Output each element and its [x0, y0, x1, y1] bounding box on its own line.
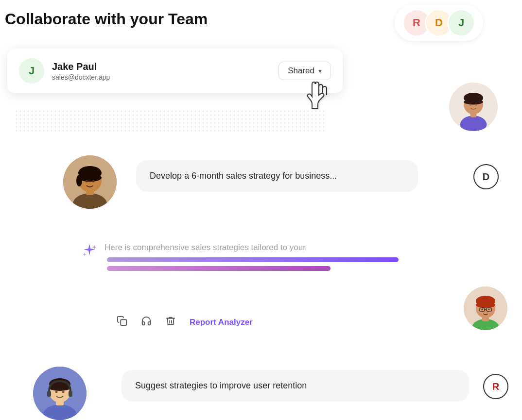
ai-sparkle-icon	[82, 243, 97, 260]
avatar-sender-2	[33, 367, 87, 420]
svg-point-15	[86, 180, 88, 183]
avatar-d-badge: D	[473, 164, 499, 189]
avatar-j: J	[447, 9, 475, 37]
svg-point-27	[482, 309, 483, 310]
shared-label: Shared	[288, 66, 314, 76]
ai-response-text: Here is comprehensive sales strategies t…	[104, 243, 306, 252]
avatar-sender-1	[63, 155, 117, 209]
svg-point-37	[55, 391, 58, 393]
progress-bar-2	[107, 266, 331, 271]
svg-point-6	[470, 104, 472, 106]
user-name: Jake Paul	[52, 61, 278, 72]
user-avatar: J	[19, 58, 44, 84]
toolbar: Report Analyzer	[117, 316, 253, 329]
floating-avatar-female-top	[449, 83, 498, 131]
copy-icon[interactable]	[117, 316, 127, 329]
svg-point-38	[62, 391, 65, 393]
report-analyzer-link[interactable]: Report Analyzer	[190, 318, 253, 327]
card-dot-shadow	[15, 109, 326, 134]
svg-rect-36	[69, 391, 72, 397]
message-1-text: Develop a 6-month sales strategy for bus…	[150, 171, 337, 181]
svg-point-5	[464, 100, 483, 105]
svg-point-16	[92, 180, 95, 183]
svg-rect-17	[121, 319, 126, 325]
user-info: Jake Paul sales@docxter.app	[52, 61, 278, 81]
chat-bubble-1: Develop a 6-month sales strategy for bus…	[136, 160, 418, 192]
delete-icon[interactable]	[165, 316, 176, 329]
chat-bubble-2: Suggest strategies to improve user reten…	[122, 370, 469, 402]
avatar-cluster: R D J	[395, 5, 483, 41]
page-title: Collaborate with your Team	[5, 10, 208, 28]
svg-rect-35	[47, 391, 51, 397]
user-card: J Jake Paul sales@docxter.app Shared ▾	[7, 49, 343, 93]
svg-point-23	[476, 302, 495, 308]
avatar-r-badge: R	[483, 374, 508, 399]
cursor-hand-icon	[305, 82, 330, 115]
chevron-down-icon: ▾	[318, 67, 322, 75]
floating-avatar-mid-right	[464, 286, 507, 330]
svg-point-7	[475, 104, 477, 106]
svg-point-14	[76, 175, 82, 186]
shared-button[interactable]: Shared ▾	[278, 62, 331, 80]
svg-point-34	[49, 385, 70, 391]
svg-point-28	[488, 309, 490, 310]
progress-bars	[107, 257, 399, 275]
user-email: sales@docxter.app	[52, 73, 278, 81]
message-2-text: Suggest strategies to improve user reten…	[135, 381, 307, 390]
headphone-icon[interactable]	[141, 316, 152, 329]
progress-bar-1	[107, 257, 399, 262]
